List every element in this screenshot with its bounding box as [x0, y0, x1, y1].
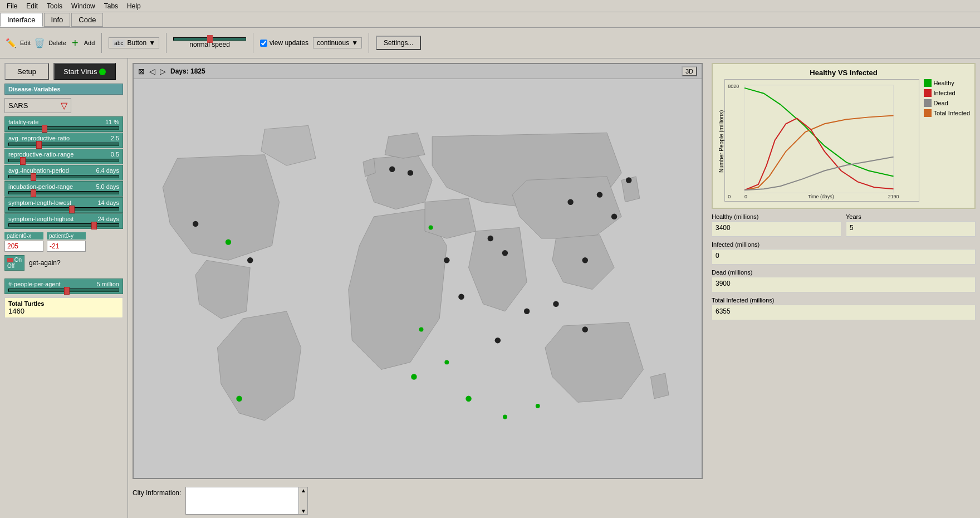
city-info-area: City Information: ▲ ▼ — [128, 483, 707, 518]
patient-inputs: patient0-x patient0-y — [4, 232, 123, 252]
fatality-rate-track — [8, 126, 119, 130]
map-3d-button[interactable]: 3D — [682, 66, 697, 76]
chart-x-min: 0 — [744, 194, 747, 199]
delete-icon[interactable]: 🗑️ — [33, 36, 46, 50]
pan-left-icon[interactable]: ◁ — [149, 67, 155, 76]
avg-incubation-slider[interactable]: avg.-incubation-period 6.4 days — [4, 165, 123, 180]
disease-dropdown[interactable]: SARS ▽ — [4, 98, 123, 113]
add-label: Add — [84, 40, 95, 46]
get-again-toggle[interactable]: On Off — [4, 255, 24, 271]
avg-repro-ratio-slider[interactable]: avg.-reproductive-ratio 2.5 — [4, 133, 123, 148]
chart-y-label: Number People (millions) — [717, 79, 724, 203]
chart-x-label: Time (days) — [808, 194, 834, 199]
patient0-y-field[interactable] — [47, 241, 86, 252]
setup-button[interactable]: Setup — [4, 63, 49, 80]
disease-select[interactable]: SARS ▽ — [4, 98, 71, 113]
toggle-off-label: Off — [7, 263, 22, 269]
legend-healthy: Healthy — [924, 79, 970, 87]
legend-infected: Infected — [924, 89, 970, 97]
dot-china3 — [611, 214, 617, 219]
chart-x-max: 2190 — [888, 194, 899, 199]
agent-slider-label: #-people-per-agent — [8, 281, 97, 287]
dot-uk — [389, 167, 395, 172]
total-turtles-box: Total Turtles 1460 — [4, 297, 123, 318]
toggle-row: On Off get-again? — [4, 255, 123, 271]
symptom-lowest-label: symptom-length-lowest — [8, 199, 97, 206]
chevron-down-icon-2: ▼ — [351, 39, 358, 47]
button-type-icon: abc — [112, 40, 125, 47]
menu-tools[interactable]: Tools — [42, 1, 67, 11]
dot-france — [408, 170, 413, 175]
india — [469, 227, 527, 311]
add-icon[interactable]: + — [68, 36, 82, 50]
legend-infected-color — [924, 89, 932, 97]
chart-y-min: 0 — [728, 194, 731, 199]
incubation-range-slider[interactable]: incubation-period-range 5.0 days — [4, 181, 123, 197]
stats-grid: Healthy (millions) 3400 Years 5 Infected… — [712, 213, 976, 320]
incubation-range-track — [8, 191, 119, 194]
repro-ratio-range-value: 0.5 — [97, 151, 119, 158]
city-info-label: City Information: — [133, 489, 181, 497]
menu-file[interactable]: File — [2, 1, 22, 11]
menu-edit[interactable]: Edit — [22, 1, 42, 11]
view-updates-label: view updates — [270, 39, 308, 47]
reset-icon[interactable]: ⊠ — [138, 67, 145, 76]
menu-help[interactable]: Help — [122, 1, 145, 11]
north-america — [163, 155, 279, 261]
dot-mexico — [247, 257, 253, 263]
infected-stat-value: 0 — [712, 249, 976, 265]
chart-y-max: 8020 — [728, 84, 739, 89]
fatality-rate-slider[interactable]: fatality-rate 11 % — [4, 116, 123, 132]
legend-dead-color — [924, 99, 932, 107]
chart-svg-container: 8020 0 0 2190 Time (days) — [724, 79, 919, 203]
incubation-range-thumb — [31, 189, 36, 197]
tab-info[interactable]: Info — [44, 13, 71, 27]
edit-label: Edit — [20, 40, 31, 46]
green-dot-1 — [226, 239, 231, 245]
tab-code[interactable]: Code — [71, 13, 103, 27]
continuous-label: continuous — [317, 39, 349, 47]
scroll-up-button[interactable]: ▲ — [301, 487, 306, 493]
symptom-lowest-slider[interactable]: symptom-length-lowest 14 days — [4, 197, 123, 213]
dot-africa1 — [458, 294, 464, 299]
green-dot-4 — [465, 396, 471, 402]
legend-total-infected-color — [924, 109, 932, 117]
green-dot-2 — [236, 396, 242, 402]
australia — [545, 322, 644, 402]
repro-ratio-range-slider[interactable]: reproductive-ratio-range 0.5 — [4, 149, 123, 164]
symptom-highest-label: symptom-length-highest — [8, 216, 97, 222]
continuous-dropdown[interactable]: continuous ▼ — [313, 37, 362, 48]
view-updates-checkbox[interactable] — [260, 40, 267, 47]
toolbar: ✏️ Edit 🗑️ Delete + Add abc Button ▼ nor… — [0, 28, 980, 58]
city-info-box: ▲ ▼ — [185, 487, 308, 515]
button-type-dropdown[interactable]: abc Button ▼ — [109, 37, 159, 48]
infected-stat: Infected (millions) 0 — [712, 241, 976, 265]
symptom-highest-slider[interactable]: symptom-length-highest 24 days — [4, 213, 123, 229]
fatality-rate-thumb — [42, 125, 47, 133]
dead-stat-value: 3900 — [712, 277, 976, 292]
green-dot-6 — [444, 360, 449, 364]
dot-china1 — [567, 199, 573, 204]
total-infected-stat-label: Total Infected (millions) — [712, 297, 976, 304]
tab-interface[interactable]: Interface — [0, 13, 43, 27]
patient0-y-label: patient0-y — [47, 232, 86, 240]
menu-tabs[interactable]: Tabs — [100, 1, 122, 11]
pan-right-icon[interactable]: ▷ — [160, 67, 166, 76]
patient0-x-field[interactable] — [4, 241, 43, 252]
chart-area: Number People (millions) 8020 0 0 2190 T… — [717, 79, 970, 203]
dot-japan — [626, 177, 631, 183]
avg-repro-ratio-value: 2.5 — [97, 135, 119, 141]
toolbar-edit-group: ✏️ Edit 🗑️ Delete + Add — [4, 36, 95, 50]
separator-2 — [166, 33, 166, 53]
agent-slider[interactable]: #-people-per-agent 5 million — [4, 278, 123, 294]
menu-window[interactable]: Window — [67, 1, 100, 11]
scroll-down-button[interactable]: ▼ — [301, 508, 306, 514]
map-container: ⊠ ◁ ▷ Days: 1825 3D — [133, 63, 703, 479]
edit-icon[interactable]: ✏️ — [4, 36, 18, 50]
start-button[interactable]: Start Virus — [53, 63, 116, 80]
incubation-range-label: incubation-period-range — [8, 183, 96, 190]
settings-button[interactable]: Settings... — [376, 36, 421, 50]
dot-africa2 — [444, 257, 449, 263]
green-dot-5 — [429, 226, 433, 230]
legend-healthy-color — [924, 79, 932, 87]
